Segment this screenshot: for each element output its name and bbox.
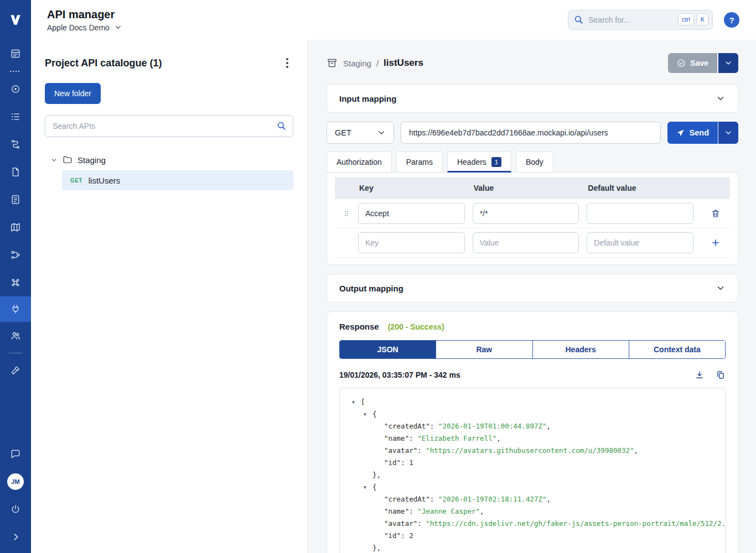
send-dropdown-button[interactable]: [718, 122, 738, 144]
json-token: ,: [634, 446, 639, 455]
method-select[interactable]: GET: [327, 122, 394, 144]
new-default-input[interactable]: [587, 232, 693, 253]
breadcrumb: Staging / listUsers Save: [327, 53, 738, 73]
header-value-input[interactable]: [473, 203, 579, 224]
global-search: ctrl K: [568, 10, 713, 30]
input-mapping-label: Input mapping: [339, 94, 396, 103]
chevron-down-icon: [377, 128, 386, 137]
new-folder-button[interactable]: New folder: [45, 83, 101, 104]
save-button[interactable]: Save: [668, 53, 717, 73]
caret-spacer: [375, 530, 384, 542]
sidebar-item-chat[interactable]: [0, 440, 31, 468]
send-button[interactable]: Send: [667, 122, 718, 144]
sidebar-item-map[interactable]: [0, 213, 31, 241]
header-key-input[interactable]: [358, 203, 465, 224]
view-context-data[interactable]: Context data: [629, 341, 725, 358]
workspace-picker[interactable]: Apple Docs Demo: [47, 23, 122, 32]
copy-response-button[interactable]: [716, 370, 726, 380]
json-token: :: [430, 495, 438, 503]
check-circle-icon: [677, 59, 686, 67]
sidebar-item-file[interactable]: [0, 158, 31, 186]
header-default-input[interactable]: [587, 203, 693, 224]
save-split-button: Save: [668, 53, 738, 73]
send-label: Send: [690, 128, 709, 137]
json-token: "https://cdn.jsdelivr.net/gh/faker-js/as…: [426, 519, 726, 528]
help-button[interactable]: ?: [724, 12, 739, 28]
app-logo[interactable]: [0, 0, 31, 40]
new-value-input[interactable]: [473, 232, 579, 253]
topbar-right: ctrl K ?: [568, 10, 739, 30]
tab-params[interactable]: Params: [396, 152, 443, 173]
file-icon: [10, 166, 21, 178]
json-line: "createdAt": "2026-01-19T02:18:11.427Z",: [345, 493, 719, 505]
api-search-input[interactable]: [45, 115, 293, 137]
sidebar-item-api-connector[interactable]: [0, 296, 31, 322]
sidebar-item-flows[interactable]: [0, 131, 31, 158]
json-line: "id": 2: [345, 530, 719, 542]
json-line: "createdAt": "2026-01-19T01:00:44.897Z",: [345, 420, 719, 432]
view-raw[interactable]: Raw: [436, 341, 532, 358]
collapse-caret-icon[interactable]: ▼: [364, 409, 372, 420]
sidebar-expand-toggle[interactable]: [0, 523, 31, 551]
json-token: :: [417, 446, 426, 455]
output-mapping-section[interactable]: Output mapping: [327, 274, 738, 302]
caret-spacer: [375, 457, 384, 469]
drag-handle[interactable]: [335, 209, 358, 218]
request-url-input[interactable]: [401, 122, 661, 144]
chevron-down-icon[interactable]: [716, 283, 726, 293]
catalogue-menu-button[interactable]: [281, 55, 293, 71]
table-row: [335, 199, 730, 228]
save-dropdown-button[interactable]: [718, 53, 738, 73]
breadcrumb-folder[interactable]: Staging: [343, 59, 371, 68]
tab-body[interactable]: Body: [516, 152, 553, 173]
new-key-input[interactable]: [358, 232, 465, 253]
json-line: "avatar": "https://avatars.githubusercon…: [345, 445, 719, 457]
sidebar-item-pipeline[interactable]: [0, 241, 31, 269]
chevron-down-icon[interactable]: [716, 93, 726, 103]
delete-row-button[interactable]: [701, 208, 730, 218]
collapse-caret-icon[interactable]: ▼: [364, 482, 372, 493]
sidebar-item-notes[interactable]: [0, 186, 31, 213]
download-response-button[interactable]: [695, 370, 705, 380]
chevron-down-icon: [114, 23, 122, 32]
view-json[interactable]: JSON: [340, 341, 436, 358]
api-tree: Staging GET listUsers: [45, 154, 293, 190]
sidebar-item-list[interactable]: [0, 103, 31, 131]
caret-spacer: [375, 433, 384, 445]
tree-endpoint-listusers[interactable]: GET listUsers: [62, 170, 293, 190]
sidebar-item-catalog[interactable]: [0, 40, 31, 67]
add-row-button[interactable]: [701, 238, 730, 248]
json-token: :: [401, 531, 409, 540]
sidebar: JM: [0, 0, 31, 553]
tab-authorization[interactable]: Authorization: [327, 152, 392, 173]
sidebar-item-shortcuts[interactable]: [0, 269, 31, 296]
shortcut-keys: ctrl K: [678, 13, 708, 25]
breadcrumb-endpoint: listUsers: [384, 58, 423, 69]
sidebar-item-users[interactable]: [0, 322, 31, 349]
view-headers[interactable]: Headers: [533, 341, 629, 358]
save-label: Save: [690, 59, 708, 67]
sidebar-item-debug[interactable]: [0, 75, 31, 103]
flows-icon: [10, 139, 21, 150]
tree-folder-staging[interactable]: Staging: [45, 154, 293, 170]
search-icon: [573, 14, 584, 25]
output-mapping-label: Output mapping: [339, 284, 403, 293]
workspace-name: Apple Docs Demo: [47, 23, 110, 32]
sidebar-item-tools[interactable]: [0, 357, 31, 384]
json-token: :: [401, 458, 409, 467]
json-token: "createdAt": [384, 422, 430, 430]
input-mapping-section[interactable]: Input mapping: [327, 84, 738, 113]
collapse-caret-icon[interactable]: ▼: [352, 397, 361, 408]
json-token: {: [372, 410, 377, 418]
sidebar-item-logout[interactable]: [0, 495, 31, 523]
tab-headers[interactable]: Headers 1: [447, 152, 511, 173]
sidebar-divider: [9, 353, 22, 353]
sidebar-item-account[interactable]: JM: [0, 468, 31, 495]
json-line: "name": "Jeanne Casper",: [345, 505, 719, 518]
caret-spacer: [364, 542, 372, 553]
expand-icon: [11, 532, 20, 542]
download-icon: [695, 370, 705, 380]
json-line: "avatar": "https://cdn.jsdelivr.net/gh/f…: [345, 518, 719, 530]
method-select-value: GET: [335, 128, 351, 137]
catalogue-header: Project API catalogue (1): [45, 55, 293, 71]
